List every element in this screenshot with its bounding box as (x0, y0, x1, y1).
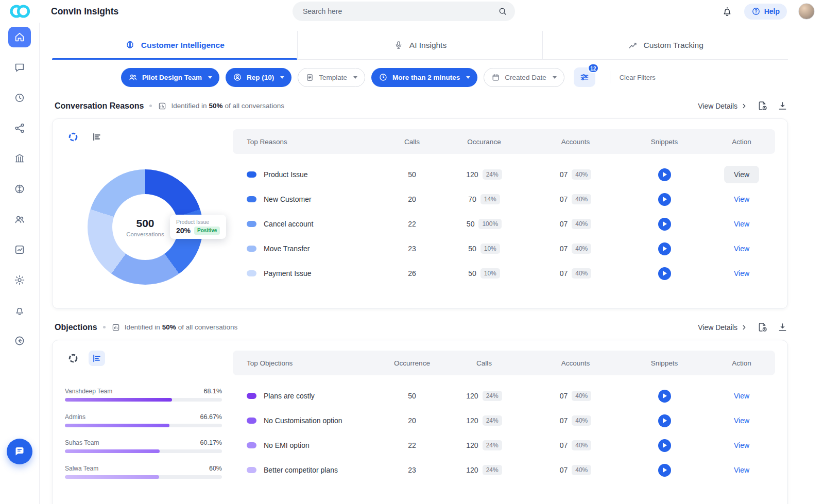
bar-track (65, 398, 222, 402)
tab-ai-insights[interactable]: AI Insights (297, 31, 543, 59)
play-snippet-button[interactable] (658, 414, 671, 427)
team-filter-dropdown[interactable]: Pilot Design Team (121, 68, 219, 87)
convin-logo-icon (9, 2, 31, 21)
accounts-value: 07 (560, 269, 568, 277)
view-details-link[interactable]: View Details (698, 323, 748, 332)
advanced-filters-button[interactable]: 12 (574, 67, 595, 87)
view-link[interactable]: View (734, 441, 749, 449)
clear-filters-button[interactable]: Clear Filters (610, 71, 656, 83)
series-color-dot (247, 196, 256, 202)
sidebar-item-team[interactable] (8, 209, 31, 230)
play-icon (663, 418, 667, 423)
calls-value: 120 (466, 392, 478, 400)
bar-chart-square-icon (111, 323, 121, 332)
play-snippet-button[interactable] (658, 218, 671, 231)
calls-pct-badge: 24% (483, 391, 502, 401)
search-input[interactable] (303, 7, 497, 15)
col-accounts: Accounts (530, 138, 621, 146)
table-row: Payment Issue 26 5010% 0740% View (233, 261, 775, 286)
bar-label: Admins (65, 413, 85, 421)
accounts-value: 07 (560, 170, 568, 179)
view-details-link[interactable]: View Details (698, 102, 748, 110)
play-snippet-button[interactable] (658, 193, 671, 206)
sidebar-item-home[interactable] (8, 27, 31, 47)
duration-filter-dropdown[interactable]: More than 2 minutes (371, 68, 477, 87)
calls-value: 50 (386, 170, 438, 179)
objection-label: No Customisation option (264, 416, 342, 425)
table-header-row: Top Reasons Calls Occurance Accounts Sni… (233, 129, 775, 154)
play-snippet-button[interactable] (658, 464, 671, 477)
accounts-value: 07 (560, 220, 568, 228)
template-filter-dropdown[interactable]: Template (298, 68, 365, 87)
created-date-filter-dropdown[interactable]: Created Date (484, 68, 564, 87)
live-chat-button[interactable] (7, 439, 32, 464)
series-color-dot (247, 467, 256, 473)
section-title: Conversation Reasons (55, 101, 144, 111)
view-link[interactable]: View (734, 195, 749, 203)
accounts-value: 07 (560, 466, 568, 474)
sidebar-item-conversations[interactable] (8, 57, 31, 78)
scheduled-report-icon[interactable] (757, 322, 768, 333)
accounts-value: 07 (560, 416, 568, 425)
duration-filter-value: More than 2 minutes (392, 74, 460, 81)
tab-custom-tracking[interactable]: Custom Tracking (542, 31, 788, 59)
col-snippets: Snippets (621, 138, 708, 146)
sidebar-item-history[interactable] (8, 88, 31, 108)
occurrence-value: 20 (386, 416, 438, 425)
accounts-pct-badge: 40% (572, 440, 591, 450)
view-link[interactable]: View (734, 466, 749, 474)
download-icon[interactable] (777, 100, 788, 111)
chat-icon (14, 62, 25, 73)
user-avatar[interactable] (798, 3, 815, 20)
donut-view-toggle[interactable] (65, 351, 81, 366)
col-snippets: Snippets (621, 359, 708, 367)
topbar: Convin Insights Help (0, 0, 824, 23)
bar-view-toggle[interactable] (89, 351, 105, 366)
template-icon (305, 73, 314, 82)
notifications-bell-icon[interactable] (722, 6, 733, 17)
share-nodes-icon (14, 123, 25, 134)
view-link[interactable]: View (734, 416, 749, 425)
scheduled-report-icon[interactable] (757, 100, 768, 111)
chart-icon (14, 244, 25, 255)
view-link[interactable]: View (734, 245, 749, 253)
accounts-pct-badge: 40% (572, 244, 591, 254)
series-color-dot (247, 171, 256, 178)
accounts-pct-badge: 40% (572, 219, 591, 229)
play-icon (663, 197, 667, 202)
view-link[interactable]: View (734, 269, 749, 277)
tab-customer-intelligence[interactable]: Customer Intelligence (52, 31, 297, 59)
play-snippet-button[interactable] (658, 390, 671, 403)
gear-icon (14, 274, 25, 286)
donut-tooltip: Product Issue 20% Positive (170, 215, 226, 239)
sidebar-item-integrations[interactable] (8, 118, 31, 138)
view-link[interactable]: View (734, 392, 749, 400)
help-button[interactable]: Help (744, 4, 787, 20)
convin-logo[interactable] (0, 2, 40, 21)
rep-filter-dropdown[interactable]: Rep (10) (226, 68, 291, 87)
play-snippet-button[interactable] (658, 242, 671, 255)
donut-view-toggle[interactable] (65, 129, 81, 145)
bar-chart-icon (92, 353, 102, 363)
sidebar-item-notifications[interactable] (8, 300, 31, 321)
download-icon[interactable] (777, 322, 788, 333)
bar-view-toggle[interactable] (89, 129, 105, 145)
dot-separator (103, 326, 106, 328)
play-icon (663, 221, 667, 227)
col-calls: Calls (386, 138, 438, 146)
col-occurrence: Occurrence (386, 359, 438, 367)
sidebar-item-analytics[interactable] (8, 239, 31, 260)
sidebar-item-ai-insights[interactable] (8, 179, 31, 199)
view-link[interactable]: View (734, 220, 749, 228)
search-bar[interactable] (293, 2, 515, 21)
sidebar-item-logout[interactable] (8, 331, 31, 351)
search-icon[interactable] (497, 6, 508, 16)
sidebar-item-library[interactable] (8, 148, 31, 169)
chevron-right-icon (741, 102, 748, 110)
play-snippet-button[interactable] (658, 439, 671, 452)
sidebar-item-settings[interactable] (8, 270, 31, 290)
play-snippet-button[interactable] (658, 267, 671, 280)
col-action: Action (708, 359, 775, 367)
play-snippet-button[interactable] (658, 168, 671, 181)
view-link[interactable]: View (724, 166, 759, 183)
